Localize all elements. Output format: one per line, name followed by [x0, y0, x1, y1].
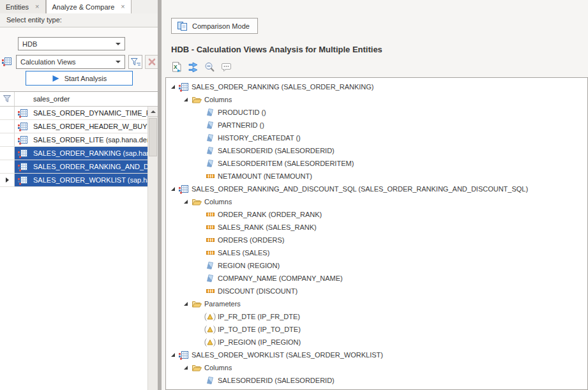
tree-node[interactable]: PARTNERID (PARTNER_PARTNERID): [166, 387, 587, 390]
comparison-mode-button[interactable]: Comparison Mode: [171, 18, 258, 34]
folder-open-icon: [191, 198, 202, 206]
scroll-up-icon[interactable]: [148, 107, 158, 117]
tree-node-label: Columns: [204, 96, 232, 103]
tree-node[interactable]: IP_FR_DTE (IP_FR_DTE): [166, 310, 587, 323]
tree-node[interactable]: Columns: [166, 93, 587, 106]
view-type-dropdown[interactable]: Calculation Views: [16, 55, 125, 69]
tree-node-label: DISCOUNT (DISCOUNT): [218, 287, 298, 295]
tree-node[interactable]: HISTORY_CREATEDAT (): [166, 131, 587, 144]
attribute-icon: [204, 160, 216, 167]
calculation-view-icon: [15, 174, 31, 186]
tree-node[interactable]: REGION (REGION): [166, 259, 587, 272]
row-indicator: [0, 147, 15, 160]
expander-icon[interactable]: [171, 85, 178, 89]
tree-node[interactable]: DISCOUNT (DISCOUNT): [166, 285, 587, 297]
tree-node[interactable]: Columns: [166, 361, 587, 374]
calculation-view-icon: [15, 147, 31, 160]
expander-icon[interactable]: [184, 366, 191, 370]
scrollbar-thumb[interactable]: [149, 118, 157, 156]
entity-name: SALES_ORDER_WORKLIST (sap.hana: [31, 174, 158, 186]
entity-name: SALES_ORDER_LITE (sap.hana.demo: [31, 133, 158, 146]
measure-icon: [204, 250, 216, 255]
grid-filter-row: sales_order: [0, 92, 158, 107]
zoom-icon[interactable]: [203, 61, 216, 73]
list-item[interactable]: SALES_ORDER_RANKING (sap.hana.: [0, 147, 158, 160]
chevron-down-icon: [116, 61, 121, 63]
calculation-view-icon: [15, 120, 31, 133]
tab-strip: Entities × Analyze & Compare ×: [0, 0, 162, 14]
start-analysis-button[interactable]: Start Analysis: [26, 71, 133, 86]
tree-node-label: SALESORDERID (SALESORDERID): [218, 147, 335, 154]
tree-node-label: Columns: [204, 198, 232, 206]
tree-node[interactable]: Columns: [166, 195, 587, 208]
tree-node[interactable]: SALES_ORDER_RANKING_AND_DISCOUNT_SQL (SA…: [166, 183, 587, 195]
measure-icon: [204, 174, 216, 179]
measure-icon: [204, 212, 216, 217]
scrollbar[interactable]: [147, 107, 158, 390]
attribute-icon: [204, 377, 216, 384]
analysis-panel: Comparison Mode HDB - Calculation Views …: [162, 0, 588, 390]
filter-funnel-icon: [0, 92, 15, 106]
calculation-view-icon: [15, 107, 31, 119]
entity-name: SALES_ORDER_RANKING_AND_DISCO: [31, 160, 158, 173]
list-item[interactable]: SALES_ORDER_RANKING_AND_DISCO: [0, 160, 158, 174]
tree-node-label: SALES_ORDER_WORKLIST (SALES_ORDER_WORKLI…: [192, 351, 383, 359]
comments-icon[interactable]: [220, 61, 233, 73]
expander-icon[interactable]: [171, 187, 178, 191]
filter-cell[interactable]: sales_order: [31, 92, 158, 106]
tree-node[interactable]: PRODUCTID (): [166, 106, 587, 119]
tree-node-label: ORDERS (ORDERS): [218, 236, 285, 244]
calculation-view-icon: [15, 133, 31, 146]
tree-node[interactable]: PARTNERID (): [166, 119, 587, 131]
export-excel-icon[interactable]: X: [170, 61, 183, 73]
tree-node[interactable]: SALES (SALES): [166, 246, 587, 259]
list-item[interactable]: SALES_ORDER_HEADER_W_BUYER (: [0, 120, 158, 133]
entity-type-dropdown[interactable]: HDB: [18, 37, 125, 50]
list-item[interactable]: SALES_ORDER_WORKLIST (sap.hana: [0, 174, 158, 187]
tab-analyze-compare[interactable]: Analyze & Compare ×: [46, 0, 132, 13]
parameter-icon: [204, 326, 216, 334]
analysis-title: HDB - Calculation Views Analysis for Mul…: [171, 45, 382, 54]
list-item[interactable]: SALES_ORDER_LITE (sap.hana.demo: [0, 133, 158, 147]
attribute-icon: [204, 274, 216, 282]
measure-icon: [204, 289, 216, 294]
filter-settings-button[interactable]: [128, 55, 142, 69]
row-indicator: [0, 174, 15, 186]
select-entity-type-label: Select entity type:: [0, 13, 158, 27]
tree-node[interactable]: SALESORDERID (SALESORDERID): [166, 374, 587, 387]
parameter-icon: [204, 313, 216, 321]
clear-filter-button[interactable]: [145, 55, 159, 69]
tree-node-label: IP_REGION (IP_REGION): [218, 338, 301, 346]
tree-node[interactable]: SALES_RANK (SALES_RANK): [166, 221, 587, 234]
tree-node[interactable]: NETAMOUNT (NETAMOUNT): [166, 170, 587, 183]
tree-node[interactable]: COMPANY_NAME (COMPANY_NAME): [166, 272, 587, 285]
entity-type-value: HDB: [22, 40, 116, 48]
measure-icon: [204, 237, 216, 243]
tab-entities[interactable]: Entities ×: [0, 0, 46, 13]
tree-node[interactable]: SALES_ORDER_WORKLIST (SALES_ORDER_WORKLI…: [166, 349, 587, 361]
tree-node[interactable]: ORDERS (ORDERS): [166, 234, 587, 246]
row-indicator: [0, 160, 15, 173]
tree-node-label: Columns: [204, 364, 232, 371]
expander-icon[interactable]: [171, 353, 178, 357]
tree-node[interactable]: SALESORDERID (SALESORDERID): [166, 144, 587, 157]
expander-icon[interactable]: [184, 98, 191, 101]
expand-all-icon[interactable]: [186, 61, 200, 73]
tab-entities-label: Entities: [6, 3, 29, 11]
close-icon[interactable]: ×: [121, 3, 124, 10]
tree-node[interactable]: Parameters: [166, 297, 587, 310]
attribute-icon: [204, 121, 216, 129]
tree-node[interactable]: SALES_ORDER_RANKING (SALES_ORDER_RANKING…: [166, 80, 587, 93]
list-item[interactable]: SALES_ORDER_DYNAMIC_TIME_PERI: [0, 107, 158, 120]
expander-icon[interactable]: [184, 302, 191, 306]
expander-icon[interactable]: [184, 200, 191, 204]
tree-node[interactable]: ORDER_RANK (ORDER_RANK): [166, 208, 587, 221]
tree-node[interactable]: IP_TO_DTE (IP_TO_DTE): [166, 323, 587, 336]
close-icon[interactable]: ×: [35, 3, 39, 10]
entity-name: SALES_ORDER_HEADER_W_BUYER (: [31, 120, 158, 133]
row-indicator: [0, 133, 15, 146]
current-row-marker-icon: [6, 177, 9, 183]
tree-node[interactable]: SALESORDERITEM (SALESORDERITEM): [166, 157, 587, 170]
tree-node[interactable]: IP_REGION (IP_REGION): [166, 336, 587, 349]
tree-node-label: SALES_RANK (SALES_RANK): [218, 223, 317, 231]
